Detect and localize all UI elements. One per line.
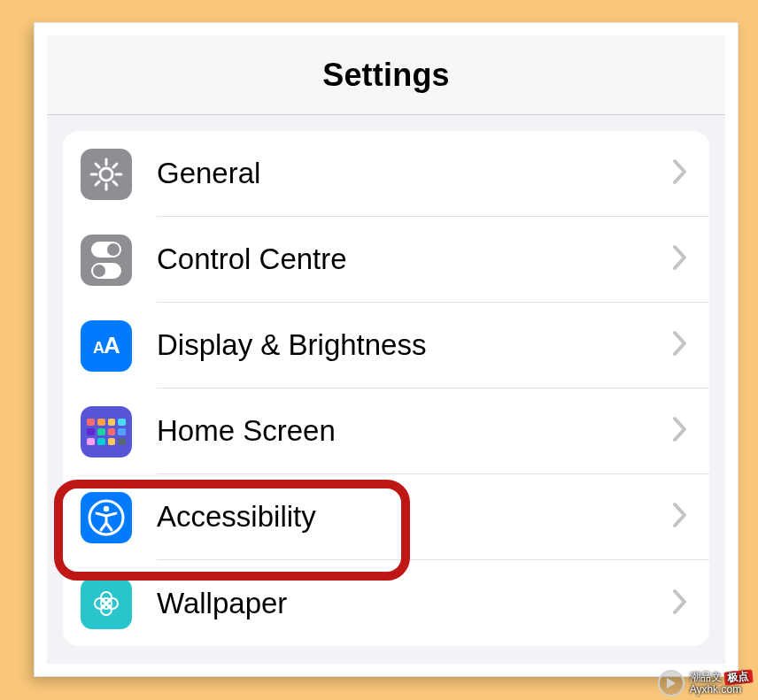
svg-line-6 [113,181,117,185]
chevron-right-icon [672,416,688,446]
svg-point-10 [104,505,109,511]
settings-list: General Control Cen [63,131,709,646]
row-control-centre[interactable]: Control Centre [81,217,709,303]
title-bar: Settings [47,35,725,115]
watermark-badge: 极点 [723,670,753,686]
screenshot-panel: Settings [34,22,739,677]
row-general[interactable]: General [81,131,709,217]
play-icon [658,670,685,696]
display-icon: AA [81,320,132,372]
row-general-label: General [157,157,260,190]
page-title: Settings [322,57,450,94]
home-screen-icon [81,406,132,458]
chevron-right-icon [672,502,688,532]
row-wallpaper[interactable]: Wallpaper [81,560,709,646]
row-display-brightness-label: Display & Brightness [157,328,426,362]
chevron-right-icon [672,158,688,188]
content-area: General Control Cen [47,115,725,664]
row-accessibility[interactable]: Accessibility [81,474,709,560]
row-accessibility-label: Accessibility [157,500,316,534]
svg-line-7 [96,181,99,185]
accessibility-icon [81,492,132,543]
row-wallpaper-label: Wallpaper [157,587,287,620]
row-control-centre-label: Control Centre [157,242,347,276]
watermark-line1: 潮品文 [690,671,722,683]
row-home-screen-label: Home Screen [157,414,336,448]
svg-line-5 [96,164,99,167]
watermark-line2: Ayxhk.com [690,684,753,696]
chevron-right-icon [672,330,688,360]
gear-icon [81,149,132,200]
row-display-brightness[interactable]: AA Display & Brightness [81,303,709,388]
chevron-right-icon [672,244,688,274]
control-centre-icon [81,235,132,286]
svg-line-8 [113,164,117,167]
svg-point-0 [100,168,112,181]
watermark: 潮品文 极点 Ayxhk.com [658,670,753,696]
chevron-right-icon [672,588,688,619]
row-home-screen[interactable]: Home Screen [81,388,709,474]
wallpaper-icon [81,578,132,629]
settings-app: Settings [47,35,725,664]
